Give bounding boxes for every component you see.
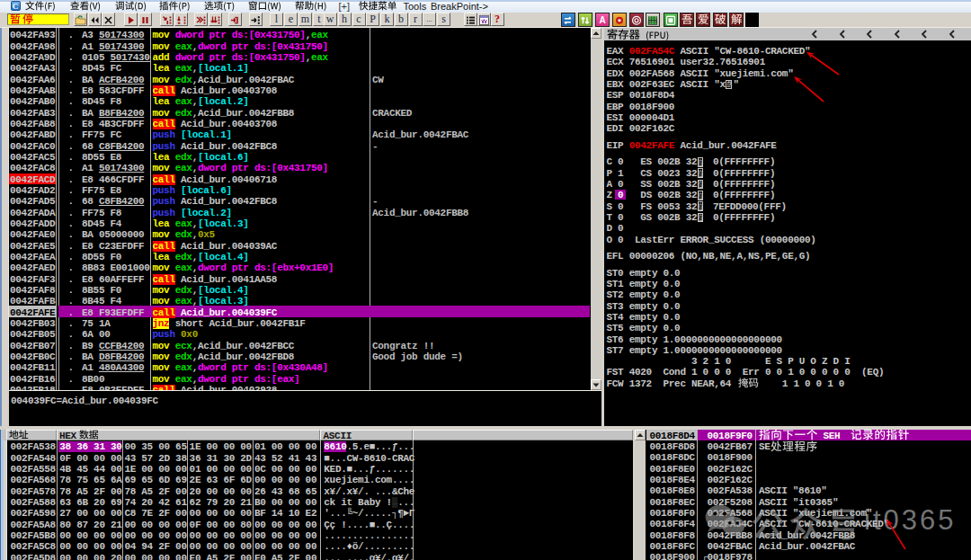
svg-text:101: 101	[648, 21, 656, 26]
svg-text:A: A	[599, 15, 605, 25]
